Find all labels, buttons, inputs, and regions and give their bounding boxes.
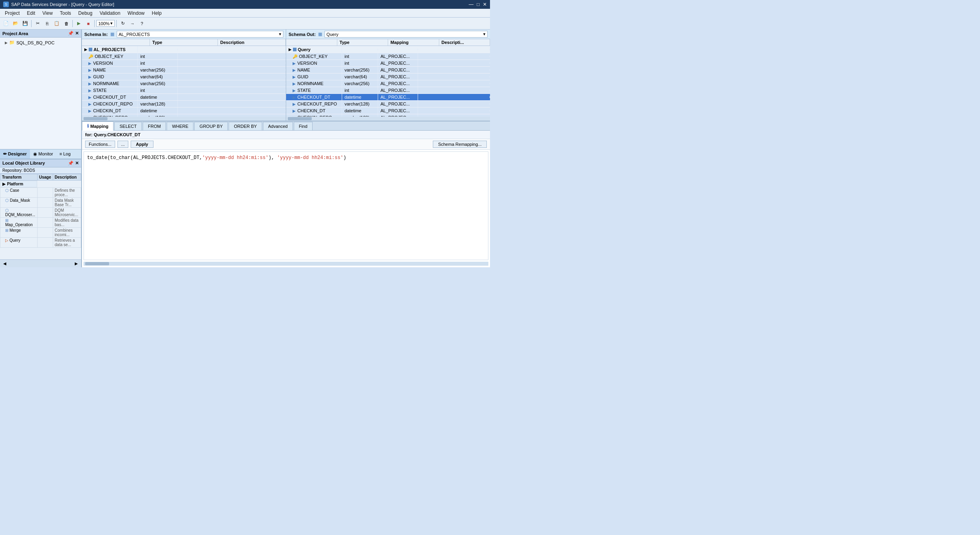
schema-in-field-type: datetime [138,107,178,114]
toolbar-cut[interactable]: ✂ [33,19,42,28]
tab-monitor[interactable]: ◉ Monitor [30,149,56,159]
toolbar-save[interactable]: 💾 [21,19,30,28]
tab-select[interactable]: SELECT [114,122,142,130]
toolbar-forward[interactable]: → [128,19,137,28]
tab-designer[interactable]: ✏ Designer [0,149,30,159]
schema-in-field-desc [178,103,286,105]
toolbar-delete[interactable]: 🗑 [62,19,71,28]
list-item[interactable]: ⬡ DQM_Microser... DQM Microservic... [0,207,81,217]
lib-item-usage [37,227,53,237]
toolbar-execute[interactable]: ▶ [74,19,83,28]
schema-out-field-name: VERSION [297,61,317,66]
lib-next[interactable]: ▶ [73,261,80,267]
menu-edit[interactable]: Edit [24,10,38,17]
schema-in-row[interactable]: 🔑 OBJECT_KEY int [82,53,286,60]
schema-out-scroll[interactable]: ▶ ▦ Query 🔑 OBJECT_KEY int AL_PROJEC... … [286,46,490,117]
list-item[interactable]: ▷ Query Retrieves a data se... [0,237,81,247]
lib-prev[interactable]: ◀ [2,261,8,267]
for-label: for: Query.CHECKOUT_DT [82,131,490,139]
schema-in-hscroll[interactable] [82,117,286,121]
project-area-close[interactable]: ✕ [75,31,79,36]
tab-from[interactable]: FROM [143,122,166,130]
schema-in-col-name [82,39,150,46]
schema-remapping-button[interactable]: Schema Remapping... [433,141,487,148]
list-item[interactable]: ⬡ Case Defines the proce... [0,187,81,197]
toolbar-help[interactable]: ? [137,19,146,28]
schema-in-row[interactable]: ▶ CHECKIN_DT datetime [82,107,286,114]
lib-close[interactable]: ✕ [75,161,79,166]
menu-tools[interactable]: Tools [57,10,74,17]
schema-in-row[interactable]: ▶ CHECKOUT_REPO varchar(128) [82,101,286,107]
menu-project[interactable]: Project [2,10,23,17]
lib-pin[interactable]: 📌 [68,161,74,166]
schema-in-row[interactable]: ▶ NORMNAME varchar(256) [82,80,286,87]
schema-out-field-desc [418,83,490,84]
list-item[interactable]: ⊞ Map_Operation Modifies data bas... [0,217,81,227]
schema-out-row[interactable]: ▶ CHECKIN_DT datetime AL_PROJEC... [286,107,490,114]
ellipsis-button[interactable]: ... [118,141,128,148]
tab-log[interactable]: ≡ Log [56,149,74,159]
toolbar-stop[interactable]: ■ [84,19,93,28]
lib-section[interactable]: ▶ Platform [0,181,38,187]
apply-button[interactable]: Apply [131,141,153,148]
schema-in-field-type: varchar(256) [138,80,178,87]
tabs-row: ℹ Mapping SELECT FROM WHERE GROUP BY ORD… [82,121,490,131]
toolbar-open[interactable]: 📂 [11,19,20,28]
project-tree-item[interactable]: ▶ 📁 SQL_DS_BQ_POC [2,39,80,46]
expand-icon: ▶ [5,41,8,45]
schema-in-scroll[interactable]: ▶ ▦ AL_PROJECTS 🔑 OBJECT_KEY int ▶ VERSI… [82,46,286,117]
schema-out-row[interactable]: 🔑 OBJECT_KEY int AL_PROJEC... [286,53,490,60]
tab-advanced[interactable]: Advanced [263,122,293,130]
schema-in-row[interactable]: ▶ VERSION int [82,60,286,67]
schema-out-row[interactable]: ▶ VERSION int AL_PROJEC... [286,60,490,67]
tab-mapping[interactable]: ℹ Mapping [82,121,114,131]
schema-out-field-desc [418,76,490,78]
list-item[interactable]: ⬡ Data_Mask Data Mask Base Tr... [0,197,81,207]
tab-find[interactable]: Find [294,122,313,130]
schema-out-col-name [286,39,337,46]
schema-in-row[interactable]: ▶ CHECKOUT_DT datetime [82,94,286,101]
schema-out-row[interactable]: ▶ NAME varchar(256) AL_PROJEC... [286,67,490,74]
lib-table: Transform Usage Description ▶ Platform ⬡… [0,174,81,260]
schema-out-row[interactable]: ▶ STATE int AL_PROJEC... [286,87,490,94]
menu-validation[interactable]: Validation [96,10,123,17]
lib-repository: Repository: BODS [0,167,81,174]
schema-out-field-desc [418,110,490,111]
schema-out-row[interactable]: ▶ NORMNAME varchar(256) AL_PROJEC... [286,80,490,87]
schema-in-row[interactable]: ▶ NAME varchar(256) [82,67,286,74]
schema-out-select[interactable]: Query ▾ [325,31,488,38]
menu-debug[interactable]: Debug [75,10,96,17]
tab-groupby[interactable]: GROUP BY [194,122,228,130]
functions-button[interactable]: Functions... [85,141,115,148]
toolbar-copy[interactable]: ⎘ [43,19,52,28]
schema-out-row[interactable]: ▶ GUID varchar(64) AL_PROJEC... [286,74,490,80]
code-hscroll[interactable] [84,262,488,266]
lib-item-desc: Combines incomi... [53,227,81,237]
tab-where[interactable]: WHERE [167,122,193,130]
toolbar-paste[interactable]: 📋 [52,19,61,28]
schema-in-select[interactable]: AL_PROJECTS ▾ [117,31,283,38]
toolbar-new[interactable]: 📄 [2,19,10,28]
schema-in-cols: Type Description [82,39,286,46]
schema-out-label: Schema Out: [289,32,316,37]
maximize-button[interactable]: □ [477,2,480,7]
list-item[interactable]: ⊞ Merge Combines incomi... [0,227,81,237]
menu-help[interactable]: Help [149,10,165,17]
zoom-control[interactable]: 100% ▾ [96,20,115,27]
menu-window[interactable]: Window [124,10,148,17]
schema-out-field-mapping: AL_PROJEC... [378,53,418,60]
schema-in-row[interactable]: ▶ GUID varchar(64) [82,74,286,80]
code-func-to-date: to_date(to_char(AL_PROJECTS.CHECKOUT_DT, [87,155,202,161]
schema-in-row[interactable]: ▶ STATE int [82,87,286,94]
close-button[interactable]: ✕ [483,2,487,7]
project-area-pin[interactable]: 📌 [68,31,74,36]
schema-out-row[interactable]: ▶ CHECKOUT_DT datetime AL_PROJEC... [286,94,490,101]
folder-icon: 📁 [9,40,15,45]
tab-orderby[interactable]: ORDER BY [229,122,262,130]
minimize-button[interactable]: — [469,2,474,7]
code-editor[interactable]: to_date(to_char(AL_PROJECTS.CHECKOUT_DT,… [84,151,488,260]
schema-out-hscroll[interactable] [286,117,490,121]
toolbar-refresh[interactable]: ↻ [118,19,127,28]
menu-view[interactable]: View [39,10,56,17]
schema-out-row[interactable]: ▶ CHECKOUT_REPO varchar(128) AL_PROJEC..… [286,101,490,107]
